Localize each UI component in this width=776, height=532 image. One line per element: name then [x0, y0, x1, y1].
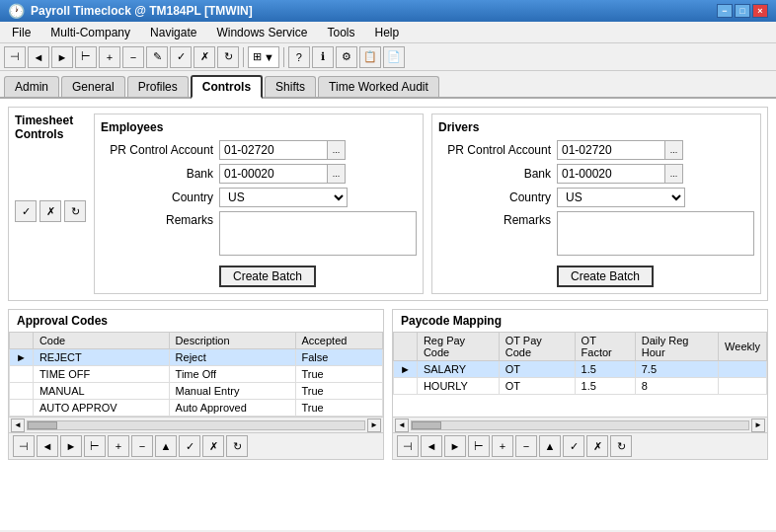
drivers-bank-input[interactable] [557, 164, 665, 184]
paycode-nav-cancel[interactable]: ✗ [586, 435, 608, 457]
tab-shifts[interactable]: Shifts [265, 76, 316, 97]
paycode-scroll-right-button[interactable]: ► [751, 418, 765, 432]
drivers-bank-row: Bank ... [438, 164, 754, 184]
approval-codes-table: Code Description Accepted ► REJECT Rejec… [9, 332, 383, 417]
table-row[interactable]: ► SALARY OT 1.5 7.5 [394, 361, 767, 378]
table-row[interactable]: AUTO APPROV Auto Approved True [10, 400, 383, 417]
scroll-right-button[interactable]: ► [367, 418, 381, 432]
settings-button[interactable]: ⚙ [336, 46, 357, 68]
menu-bar: File Multi-Company Navigate Windows Serv… [0, 22, 776, 43]
paycode-nav-last[interactable]: ⊢ [468, 435, 490, 457]
approval-nav-prev[interactable]: ◄ [37, 435, 58, 457]
view-dropdown[interactable]: ⊞ ▼ [248, 46, 279, 68]
tab-controls[interactable]: Controls [191, 75, 263, 99]
checkmark-button[interactable]: ✓ [15, 200, 37, 222]
drivers-bank-browse-button[interactable]: ... [665, 164, 683, 184]
approval-nav-refresh[interactable]: ↻ [226, 435, 248, 457]
approval-nav-check[interactable]: ✓ [179, 435, 200, 457]
tab-time-worked-audit[interactable]: Time Worked Audit [318, 76, 439, 97]
approval-nav-next[interactable]: ► [60, 435, 82, 457]
paycode-nav-add[interactable]: + [492, 435, 513, 457]
employees-bank-input[interactable] [219, 164, 328, 184]
delete-button[interactable]: − [122, 46, 144, 68]
paycode-scroll-track[interactable] [411, 420, 749, 430]
tab-admin[interactable]: Admin [4, 76, 59, 97]
paycode-nav-first[interactable]: ⊣ [397, 435, 419, 457]
approval-nav-up[interactable]: ▲ [155, 435, 177, 457]
drivers-pr-control-input[interactable] [557, 140, 665, 160]
approval-nav-last[interactable]: ⊢ [84, 435, 106, 457]
nav-next-button[interactable]: ► [51, 46, 73, 68]
paycode-nav-next[interactable]: ► [444, 435, 466, 457]
row-accepted: True [295, 383, 382, 400]
drivers-pr-control-browse-button[interactable]: ... [665, 140, 683, 160]
info-button[interactable]: ℹ [312, 46, 334, 68]
clipboard-button[interactable]: 📋 [359, 46, 381, 68]
edit-button[interactable]: ✎ [146, 46, 168, 68]
menu-navigate[interactable]: Navigate [142, 24, 204, 41]
menu-file[interactable]: File [4, 24, 39, 41]
paycode-nav-check[interactable]: ✓ [563, 435, 584, 457]
help-button[interactable]: ? [288, 46, 310, 68]
approval-nav-cancel[interactable]: ✗ [202, 435, 224, 457]
refresh-button[interactable]: ↻ [217, 46, 239, 68]
paycode-nav-up[interactable]: ▲ [539, 435, 561, 457]
row-indicator: ► [394, 361, 418, 378]
doc-button[interactable]: 📄 [383, 46, 405, 68]
drivers-country-label: Country [438, 190, 557, 204]
paycode-col-ot-factor: OT Factor [575, 333, 635, 361]
menu-windows-service[interactable]: Windows Service [208, 24, 315, 41]
paycode-nav-prev[interactable]: ◄ [421, 435, 442, 457]
table-row[interactable]: MANUAL Manual Entry True [10, 383, 383, 400]
row-ot-pay-code: OT [499, 361, 575, 378]
drivers-group: Drivers PR Control Account ... Bank ... … [431, 114, 761, 294]
approval-nav-delete[interactable]: − [131, 435, 153, 457]
nav-first-button[interactable]: ⊣ [4, 46, 26, 68]
drivers-create-batch-container: Create Batch [557, 262, 754, 287]
table-row[interactable]: ► REJECT Reject False [10, 349, 383, 366]
drivers-title: Drivers [438, 120, 754, 134]
menu-tools[interactable]: Tools [319, 24, 362, 41]
paycode-scroll-left-button[interactable]: ◄ [395, 418, 409, 432]
row-reg-pay-code: HOURLY [417, 378, 499, 395]
approval-codes-header-row: Code Description Accepted [10, 333, 383, 349]
menu-help[interactable]: Help [366, 24, 407, 41]
table-row[interactable]: TIME OFF Time Off True [10, 366, 383, 383]
approval-nav-first[interactable]: ⊣ [13, 435, 35, 457]
employees-pr-control-input[interactable] [219, 140, 328, 160]
main-content: Timesheet Controls ✓ ✗ ↻ Employees PR Co… [0, 99, 776, 530]
employees-bank-browse-button[interactable]: ... [328, 164, 346, 184]
employees-country-select[interactable]: US [219, 188, 348, 207]
drivers-country-select[interactable]: US [557, 188, 685, 207]
refresh-action-button[interactable]: ↻ [64, 200, 86, 222]
maximize-button[interactable]: □ [735, 4, 750, 18]
paycode-nav-refresh[interactable]: ↻ [610, 435, 632, 457]
scroll-left-button[interactable]: ◄ [11, 418, 25, 432]
drivers-create-batch-button[interactable]: Create Batch [557, 266, 654, 287]
tab-general[interactable]: General [61, 76, 125, 97]
save-button[interactable]: ✓ [170, 46, 192, 68]
employees-remarks-textarea[interactable] [219, 211, 417, 256]
tab-profiles[interactable]: Profiles [127, 76, 189, 97]
drivers-country-row: Country US [438, 188, 754, 207]
row-indicator [10, 383, 34, 400]
nav-last-button[interactable]: ⊢ [75, 46, 97, 68]
close-button[interactable]: × [752, 4, 768, 18]
row-indicator [10, 400, 34, 417]
table-row[interactable]: HOURLY OT 1.5 8 [394, 378, 767, 395]
x-button[interactable]: ✗ [39, 200, 61, 222]
nav-prev-button[interactable]: ◄ [28, 46, 49, 68]
timesheet-controls-section: Timesheet Controls ✓ ✗ ↻ Employees PR Co… [8, 107, 768, 301]
scroll-track[interactable] [27, 420, 365, 430]
employees-create-batch-button[interactable]: Create Batch [219, 266, 316, 287]
add-button[interactable]: + [99, 46, 120, 68]
employees-pr-control-browse-button[interactable]: ... [328, 140, 346, 160]
minimize-button[interactable]: − [717, 4, 733, 18]
menu-multi-company[interactable]: Multi-Company [42, 24, 138, 41]
drivers-remarks-textarea[interactable] [557, 211, 754, 256]
approval-nav-add[interactable]: + [108, 435, 129, 457]
window-controls: − □ × [717, 4, 768, 18]
paycode-nav-delete[interactable]: − [515, 435, 537, 457]
row-ot-pay-code: OT [499, 378, 575, 395]
cancel-button[interactable]: ✗ [194, 46, 215, 68]
